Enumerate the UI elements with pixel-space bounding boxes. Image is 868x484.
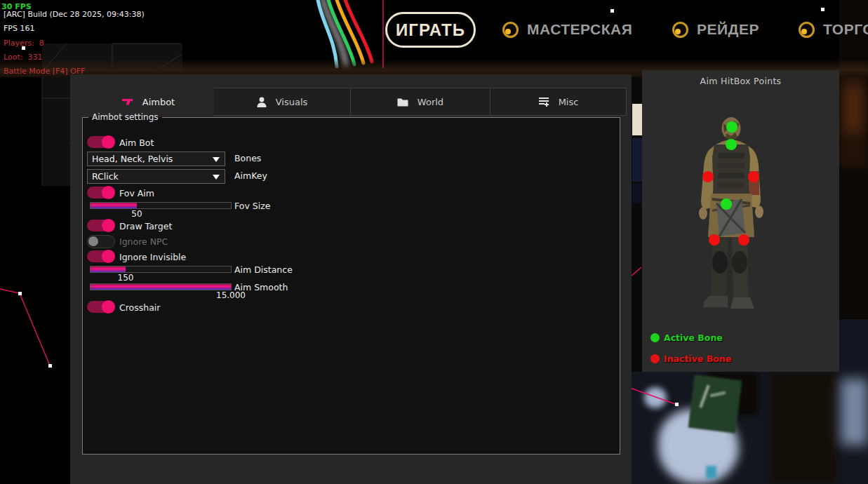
- toggle-label: Ignore Invisible: [119, 252, 186, 262]
- active-bone-dot: [650, 333, 660, 342]
- select-label: Bones: [234, 153, 261, 163]
- coin-icon: [502, 22, 519, 38]
- ignore-invisible-toggle[interactable]: [87, 250, 114, 262]
- bg-blob: [706, 466, 716, 478]
- bg-blob: [839, 319, 868, 484]
- toggle-knob: [102, 300, 115, 314]
- slider-value: 150: [118, 273, 134, 283]
- cheat-menu-panel: Aimbot Visuals World: [70, 74, 632, 484]
- bones-select[interactable]: Head, Neck, Pelvis: [87, 152, 225, 166]
- playlist-add-icon: [538, 97, 549, 107]
- game-screen: 30 FPS [ARC] Build (Dec 28 2025, 09:43:3…: [0, 0, 868, 484]
- tab-label: Misc: [559, 97, 579, 107]
- loot-count: Loot: 331: [4, 51, 42, 65]
- bg-blob: [770, 372, 837, 484]
- bg-sign-mark: [699, 384, 709, 408]
- bg-blob: [632, 138, 642, 182]
- nav-label: МАСТЕРСКАЯ: [527, 21, 632, 38]
- bg-blob: [632, 104, 642, 135]
- toggle-label: Aim Bot: [119, 137, 154, 148]
- aim-bot-toggle[interactable]: [87, 136, 114, 148]
- toggle-knob: [88, 236, 98, 246]
- toggle-label: Ignore NPC: [119, 236, 168, 247]
- bg-snow-blob: [658, 409, 739, 484]
- tab-world[interactable]: World: [351, 88, 490, 116]
- esp-marker: [18, 292, 22, 295]
- select-label: AimKey: [234, 170, 267, 181]
- aim-distance-slider[interactable]: 150: [90, 266, 232, 273]
- slider-label: Fov Size: [234, 201, 270, 211]
- person-icon: [257, 97, 267, 107]
- chevron-down-icon: [213, 157, 220, 162]
- select-value: Head, Neck, Pelvis: [92, 154, 173, 164]
- bg-snow-blob: [644, 387, 667, 408]
- nav-item-trade[interactable]: ТОРГО: [799, 21, 868, 38]
- bg-blob: [632, 184, 642, 203]
- aimkey-select[interactable]: RClick: [87, 169, 225, 184]
- esp-marker: [48, 364, 52, 368]
- slider-fill: [91, 284, 231, 290]
- bone-point-left-thigh[interactable]: [709, 234, 720, 246]
- bone-point-neck[interactable]: [726, 139, 737, 150]
- legend-label: Inactive Bone: [664, 354, 731, 364]
- toggle-knob: [102, 219, 115, 232]
- toggle-label: Fov Aim: [119, 188, 154, 199]
- play-button[interactable]: ИГРАТЬ: [385, 12, 476, 48]
- tab-label: Visuals: [276, 97, 308, 107]
- legend-inactive-bone: Inactive Bone: [650, 354, 731, 364]
- slider-fill: [91, 203, 137, 208]
- select-value: RClick: [92, 171, 119, 182]
- hitbox-panel: Aim HitBox Points: [642, 70, 839, 372]
- bg-bottom-right: [632, 372, 868, 484]
- tab-misc[interactable]: Misc: [490, 88, 627, 116]
- tab-bar: Aimbot Visuals World: [82, 88, 627, 116]
- tab-aimbot[interactable]: Aimbot: [82, 88, 214, 116]
- bone-point-left-shoulder[interactable]: [702, 171, 714, 182]
- nav-label: ТОРГО: [823, 21, 868, 38]
- bone-point-right-thigh[interactable]: [738, 234, 749, 246]
- slider-label: Aim Distance: [234, 264, 293, 275]
- rainbow-neon: [318, 0, 372, 67]
- bg-sign-mark: [710, 391, 726, 397]
- coin-icon: [672, 22, 688, 38]
- bg-sign: [688, 375, 742, 433]
- slider-label: Aim Smooth: [234, 282, 288, 293]
- toggle-knob: [102, 135, 115, 149]
- nav-label: РЕЙДЕР: [697, 21, 759, 38]
- bg-blob: [844, 84, 862, 133]
- coin-icon: [799, 22, 815, 38]
- bg-blob: [839, 67, 868, 168]
- esp-marker: [821, 8, 824, 11]
- settings-rows: Aim Bot Head, Neck, Pelvis Bones RClick …: [83, 118, 620, 454]
- bone-point-head[interactable]: [726, 121, 737, 133]
- aimbot-settings-group: Aimbot settings Aim Bot Head, Neck, Pelv…: [82, 117, 620, 455]
- draw-target-toggle[interactable]: [87, 220, 114, 231]
- build-info: [ARC] Build (Dec 28 2025, 09:43:38): [4, 8, 145, 22]
- hitbox-panel-title: Aim HitBox Points: [642, 76, 839, 86]
- nav-item-workshop[interactable]: МАСТЕРСКАЯ: [502, 21, 632, 38]
- crosshair-toggle[interactable]: [87, 301, 114, 313]
- slider-value: 50: [131, 209, 142, 219]
- esp-marker: [610, 9, 614, 13]
- fov-aim-toggle[interactable]: [87, 187, 114, 199]
- toggle-label: Draw Target: [119, 221, 172, 231]
- inactive-bone-dot: [650, 354, 660, 363]
- fps-value: FPS 161: [4, 22, 34, 36]
- bone-point-pelvis[interactable]: [721, 199, 732, 210]
- bone-point-right-shoulder[interactable]: [748, 171, 759, 182]
- folder-icon: [397, 98, 408, 107]
- tab-label: World: [418, 97, 443, 107]
- toggle-knob: [102, 186, 115, 199]
- ignore-npc-toggle[interactable]: [87, 235, 115, 248]
- esp-marker: [675, 403, 679, 406]
- players-count: Players: 8: [4, 36, 44, 51]
- tab-label: Aimbot: [142, 97, 175, 107]
- pistol-icon: [121, 98, 133, 107]
- aim-smooth-slider[interactable]: 15.000: [90, 283, 232, 290]
- fov-size-slider[interactable]: 50: [90, 202, 232, 209]
- toggle-knob: [102, 250, 115, 263]
- nav-item-raider[interactable]: РЕЙДЕР: [672, 21, 759, 38]
- legend-label: Active Bone: [664, 332, 723, 343]
- slider-fill: [91, 267, 126, 272]
- tab-visuals[interactable]: Visuals: [214, 88, 351, 116]
